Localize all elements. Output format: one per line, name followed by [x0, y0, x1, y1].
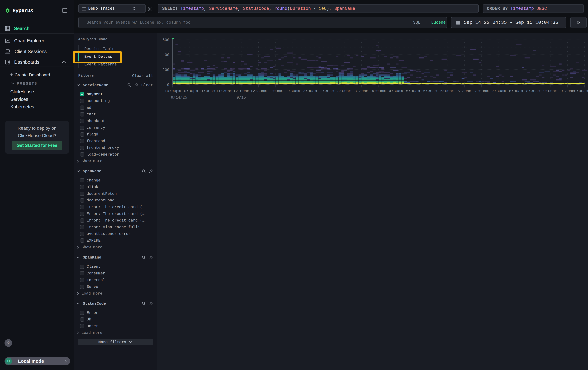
svg-text:1:30am: 1:30am	[286, 89, 300, 93]
svg-text:12:00am: 12:00am	[233, 89, 249, 93]
svg-text:8:00am: 8:00am	[509, 89, 523, 93]
svg-text:4:30am: 4:30am	[389, 89, 403, 93]
svg-text:7:30am: 7:30am	[492, 89, 506, 93]
svg-text:8:30am: 8:30am	[526, 89, 540, 93]
svg-text:10:00am: 10:00am	[572, 89, 588, 93]
svg-text:9/14/25: 9/14/25	[171, 95, 187, 100]
svg-text:200: 200	[162, 68, 169, 72]
svg-text:3:30am: 3:30am	[355, 89, 368, 93]
svg-text:6:00am: 6:00am	[440, 89, 454, 93]
svg-text:9:00am: 9:00am	[543, 89, 557, 93]
svg-text:2:30am: 2:30am	[320, 89, 334, 93]
svg-text:11:30pm: 11:30pm	[216, 89, 232, 93]
svg-text:11:00pm: 11:00pm	[199, 89, 215, 93]
svg-text:600: 600	[162, 38, 169, 42]
svg-text:9/15: 9/15	[237, 95, 246, 100]
svg-text:1:00am: 1:00am	[269, 89, 283, 93]
svg-text:2:00am: 2:00am	[303, 89, 317, 93]
svg-text:400: 400	[162, 53, 169, 57]
svg-text:5:30am: 5:30am	[423, 89, 437, 93]
svg-text:4:00am: 4:00am	[372, 89, 386, 93]
svg-text:10:00pm: 10:00pm	[165, 89, 181, 93]
svg-text:6:30am: 6:30am	[457, 89, 471, 93]
svg-text:10:30pm: 10:30pm	[182, 89, 198, 93]
svg-text:0: 0	[167, 83, 169, 87]
svg-text:3:00am: 3:00am	[337, 89, 351, 93]
svg-text:7:00am: 7:00am	[475, 89, 489, 93]
svg-text:5:00am: 5:00am	[406, 89, 420, 93]
svg-text:12:30am: 12:30am	[250, 89, 267, 93]
